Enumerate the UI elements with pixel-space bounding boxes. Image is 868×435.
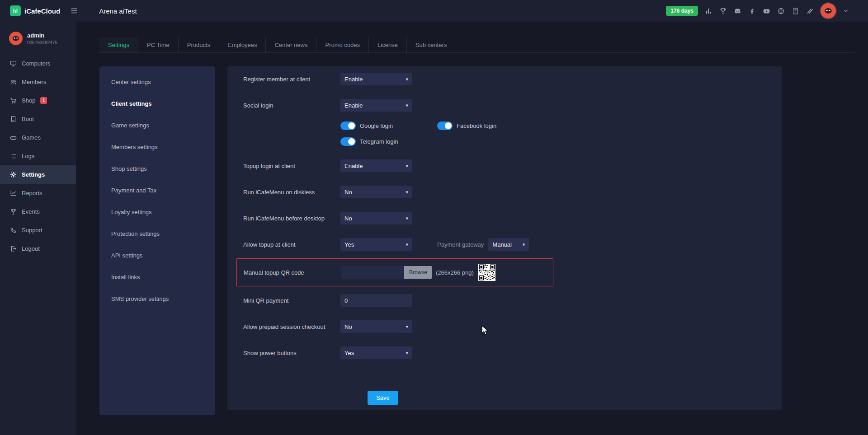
user-avatar[interactable] (821, 3, 836, 19)
sidebar-item-computers[interactable]: Computers (0, 54, 76, 73)
youtube-icon[interactable] (763, 7, 770, 15)
row-power-buttons: Show power buttons Yes▾ (227, 346, 782, 359)
license-days-badge[interactable]: 176 days (666, 6, 698, 16)
reports-icon (10, 190, 17, 196)
subnav-members-settings[interactable]: Members settings (99, 136, 215, 158)
brand-name: iCafeCloud (24, 7, 60, 15)
menu-toggle-icon[interactable] (70, 7, 78, 15)
select-caret-icon: ▾ (406, 163, 408, 169)
row-mini-qr-payment: Mini QR payment (227, 294, 782, 307)
qr-size-hint: (266x266 png) (436, 269, 474, 276)
sidebar-item-reports[interactable]: Reports (0, 184, 76, 202)
facebook-icon[interactable] (748, 7, 756, 15)
stats-icon[interactable] (705, 7, 712, 15)
topup-login-select[interactable]: Enable▾ (340, 159, 412, 172)
tab-center-news[interactable]: Center news (265, 37, 316, 52)
payment-gateway-select[interactable]: Manual▾ (488, 238, 529, 251)
sidebar-item-events[interactable]: Events (0, 202, 76, 221)
sidebar-item-settings[interactable]: Settings (0, 165, 76, 184)
computers-icon (10, 60, 17, 67)
sidebar-item-games[interactable]: Games (0, 128, 76, 147)
telegram-login-toggle[interactable]: Telegram login (340, 137, 437, 146)
row-manual-topup-qr: Manual topup QR code Browse (266x266 png… (236, 258, 553, 286)
tab-sub-centers[interactable]: Sub centers (406, 37, 455, 52)
tab-promo-codes[interactable]: Promo codes (316, 37, 368, 52)
power-buttons-select[interactable]: Yes▾ (340, 346, 412, 359)
sidebar-item-logs[interactable]: Logs (0, 147, 76, 165)
logout-icon (10, 245, 17, 252)
mini-qr-input[interactable] (340, 294, 412, 307)
subnav-client-settings[interactable]: Client settings (99, 93, 215, 114)
discord-icon[interactable] (734, 7, 741, 15)
subnav-center-settings[interactable]: Center settings (99, 71, 215, 93)
kiosk-icon[interactable] (792, 7, 799, 15)
facebook-login-toggle[interactable]: Facebook login (437, 122, 534, 130)
row-register-member: Register member at client Enable▾ (227, 73, 782, 85)
website-icon[interactable] (777, 7, 785, 15)
subnav-payment-and-tax[interactable]: Payment and Tax (99, 179, 215, 201)
tab-products[interactable]: Products (178, 37, 219, 52)
shop-count-badge: 1 (40, 97, 47, 104)
client-settings-form: Register member at client Enable▾ Social… (227, 66, 782, 410)
tab-settings[interactable]: Settings (99, 37, 138, 52)
row-run-before-desktop: Run iCafeMenu before desktop No▾ (227, 212, 782, 225)
main-area: Settings PC Time Products Employees Cent… (76, 22, 868, 435)
sidebar-item-logout[interactable]: Logout (0, 239, 76, 258)
qr-file-input[interactable]: Browse (341, 266, 432, 279)
user-name: admin (27, 32, 57, 39)
page-title: Arena aiTest (99, 7, 137, 15)
subnav-install-links[interactable]: Install links (99, 266, 215, 288)
register-member-select[interactable]: Enable▾ (340, 73, 412, 85)
subnav-sms-provider-settings[interactable]: SMS provider settings (99, 288, 215, 309)
sidebar: admin 005193482475 Computers Members Sho… (0, 22, 76, 435)
topbar: iCafeCloud Arena aiTest 176 days (0, 0, 868, 22)
google-login-toggle[interactable]: Google login (340, 122, 437, 130)
subnav-loyalty-settings[interactable]: Loyalty settings (99, 201, 215, 223)
social-login-select[interactable]: Enable▾ (340, 99, 412, 112)
qr-code-image (478, 264, 495, 281)
tab-employees[interactable]: Employees (219, 37, 265, 52)
select-caret-icon: ▾ (523, 242, 525, 248)
subnav-shop-settings[interactable]: Shop settings (99, 158, 215, 179)
tab-license[interactable]: License (368, 37, 406, 52)
shop-cart-icon (10, 97, 17, 104)
drivers-icon[interactable] (806, 7, 814, 15)
logs-icon (10, 153, 17, 159)
app-logo[interactable]: iCafeCloud (10, 5, 60, 16)
row-run-diskless: Run iCafeMenu on diskless No▾ (227, 186, 782, 198)
run-before-desktop-select[interactable]: No▾ (340, 212, 412, 225)
save-button[interactable]: Save (368, 391, 398, 405)
payment-gateway-label: Payment gateway (437, 241, 484, 248)
row-topup-login: Topup login at client Enable▾ (227, 159, 782, 172)
subnav-protection-settings[interactable]: Protection settings (99, 223, 215, 244)
prepaid-checkout-select[interactable]: No▾ (340, 320, 412, 333)
subnav-game-settings[interactable]: Game settings (99, 114, 215, 136)
tab-pc-time[interactable]: PC Time (138, 37, 178, 52)
select-caret-icon: ▾ (406, 324, 408, 330)
toggle-switch-on (340, 122, 356, 130)
select-caret-icon: ▾ (406, 76, 408, 82)
events-icon (10, 208, 17, 215)
select-caret-icon: ▾ (406, 103, 408, 108)
games-icon (10, 134, 17, 141)
run-diskless-select[interactable]: No▾ (340, 186, 412, 198)
sidebar-item-support[interactable]: Support (0, 221, 76, 239)
sidebar-item-members[interactable]: Members (0, 73, 76, 91)
subnav-api-settings[interactable]: API settings (99, 244, 215, 266)
select-caret-icon: ▾ (406, 215, 408, 221)
boot-icon (10, 116, 17, 122)
sidebar-avatar (9, 32, 23, 45)
sidebar-user-block[interactable]: admin 005193482475 (0, 22, 76, 54)
user-id: 005193482475 (27, 40, 57, 45)
sidebar-item-boot[interactable]: Boot (0, 110, 76, 128)
tournament-icon[interactable] (719, 7, 727, 15)
row-social-login: Social login Enable▾ (227, 99, 782, 112)
browse-button[interactable]: Browse (404, 266, 432, 279)
toggle-switch-on (437, 122, 453, 130)
toggle-switch-on (340, 137, 356, 146)
allow-topup-select[interactable]: Yes▾ (340, 238, 412, 251)
chevron-down-icon[interactable] (843, 8, 849, 14)
support-phone-icon (10, 227, 17, 234)
sidebar-item-shop[interactable]: Shop 1 (0, 91, 76, 110)
settings-subnav: Center settings Client settings Game set… (99, 66, 215, 415)
